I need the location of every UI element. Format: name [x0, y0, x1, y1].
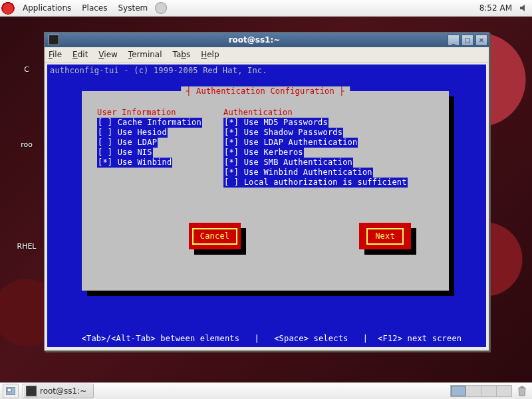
workspace-2[interactable]: [466, 386, 481, 396]
terminal-menubar: File Edit View Terminal Tabs Help: [45, 47, 489, 63]
terminal-window: root@ss1:~ _ □ ✕ File Edit View Terminal…: [44, 32, 489, 351]
opt-kerberos[interactable]: [*] Use Kerberos: [223, 148, 304, 158]
keyboard-hints: <Tab>/<Alt-Tab> between elements | <Spac…: [47, 334, 486, 344]
menu-help[interactable]: Help: [201, 50, 219, 59]
menu-file[interactable]: File: [49, 50, 62, 59]
taskbar-terminal-label: root@ss1:~: [40, 386, 86, 396]
opt-use-winbind[interactable]: [*] Use Winbind: [97, 158, 172, 168]
opt-cache-information[interactable]: [ ] Cache Information: [97, 118, 202, 128]
opt-use-ldap[interactable]: [ ] Use LDAP: [97, 138, 158, 148]
workspace-4[interactable]: [497, 386, 511, 396]
menu-terminal[interactable]: Terminal: [128, 50, 162, 59]
show-desktop-icon[interactable]: [3, 384, 19, 398]
opt-use-nis[interactable]: [ ] Use NIS: [97, 148, 153, 158]
window-close-button[interactable]: ✕: [475, 35, 487, 46]
opt-md5-passwords[interactable]: [*] Use MD5 Passwords: [223, 118, 329, 128]
menu-system[interactable]: System: [112, 0, 153, 16]
opt-winbind-auth[interactable]: [*] Use Winbind Authentication: [223, 168, 373, 178]
authconfig-dialog: ┤ Authentication Configuration ├ User In…: [82, 91, 449, 291]
program-banner: authconfig-tui - (c) 1999-2005 Red Hat, …: [50, 66, 267, 76]
menu-applications[interactable]: Applications: [17, 0, 76, 16]
terminal-icon: [26, 386, 37, 396]
authentication-column: Authentication [*] Use MD5 Passwords [*]…: [223, 108, 408, 188]
workspace-pager[interactable]: [450, 385, 512, 397]
opt-use-hesiod[interactable]: [ ] Use Hesiod: [97, 128, 168, 138]
next-button[interactable]: Next: [359, 223, 411, 249]
window-maximize-button[interactable]: □: [462, 35, 473, 46]
trash-icon[interactable]: [516, 385, 528, 397]
cancel-button[interactable]: Cancel: [189, 223, 241, 249]
user-info-heading: User Information: [97, 108, 223, 118]
bottom-panel: root@ss1:~: [0, 382, 532, 399]
browser-launcher-icon[interactable]: [155, 2, 167, 14]
svg-rect-1: [7, 388, 11, 392]
menu-tabs[interactable]: Tabs: [173, 50, 191, 59]
clock[interactable]: 8:52 AM: [475, 3, 516, 13]
menu-view[interactable]: View: [98, 50, 117, 59]
distro-logo-icon[interactable]: [1, 1, 15, 15]
opt-shadow-passwords[interactable]: [*] Use Shadow Passwords: [223, 128, 343, 138]
window-title: root@ss1:~: [63, 35, 446, 45]
opt-ldap-auth[interactable]: [*] Use LDAP Authentication: [223, 138, 358, 148]
opt-smb-auth[interactable]: [*] Use SMB Authentication: [223, 158, 353, 168]
terminal-viewport[interactable]: authconfig-tui - (c) 1999-2005 Red Hat, …: [47, 65, 486, 347]
top-panel: Applications Places System 8:52 AM: [0, 0, 532, 17]
opt-local-auth-sufficient[interactable]: [ ] Local authorization is sufficient: [223, 178, 408, 188]
authentication-heading: Authentication: [223, 108, 408, 118]
terminal-icon: [49, 35, 59, 45]
user-information-column: User Information [ ] Cache Information […: [97, 108, 223, 188]
workspace-1[interactable]: [451, 386, 466, 396]
window-titlebar[interactable]: root@ss1:~ _ □ ✕: [45, 33, 489, 47]
window-minimize-button[interactable]: _: [448, 35, 460, 46]
dialog-title: ┤ Authentication Configuration ├: [181, 86, 350, 96]
taskbar-terminal[interactable]: root@ss1:~: [23, 384, 94, 398]
workspace-3[interactable]: [481, 386, 497, 396]
menu-places[interactable]: Places: [76, 0, 112, 16]
menu-edit[interactable]: Edit: [72, 50, 88, 59]
volume-icon[interactable]: [519, 3, 529, 13]
